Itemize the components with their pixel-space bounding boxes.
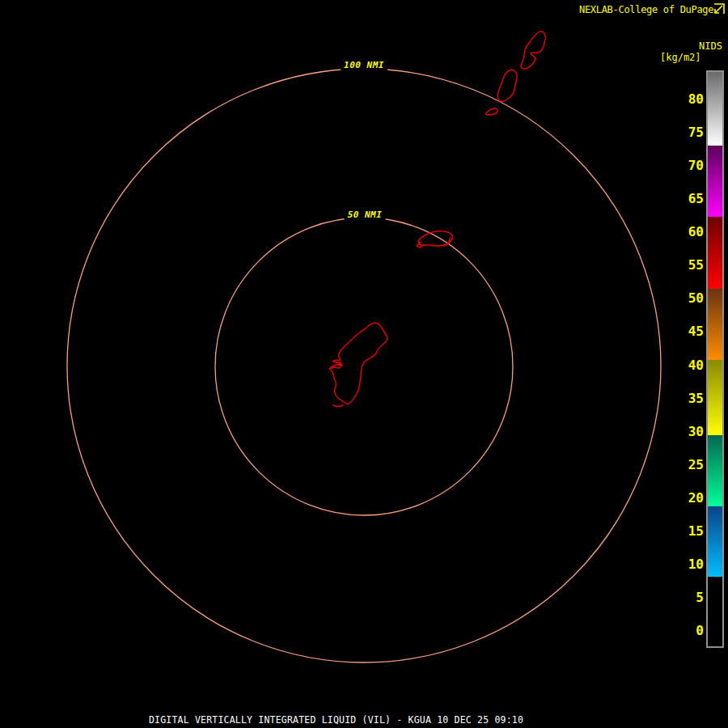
colorbar-segment-purple: [708, 146, 722, 217]
colorbar-segment-green: [708, 435, 722, 506]
island-rota: [417, 231, 452, 248]
colorbar-segment-orange: [708, 289, 722, 360]
radar-display: 100 NMI 50 NMI NEXLAB-College of DuPage …: [0, 0, 728, 728]
colorbar-gradient: [706, 70, 724, 648]
ring-label-100nmi: 100 NMI: [341, 60, 387, 70]
ring-50nmi: [215, 218, 513, 515]
ring-100nmi: [67, 69, 661, 662]
island-saipan: [521, 32, 545, 69]
product-caption: DIGITAL VERTICALLY INTEGRATED LIQUID (VI…: [149, 714, 523, 726]
island-aguijan: [486, 108, 498, 115]
scale-title: NIDS: [699, 40, 722, 52]
colorbar-segment-gray: [708, 72, 722, 146]
island-tinian: [498, 70, 518, 101]
ring-label-50nmi: 50 NMI: [345, 210, 386, 220]
island-guam-cocos: [333, 405, 343, 407]
colorbar-segment-black: [708, 577, 722, 646]
header-title: NEXLAB-College of DuPage: [579, 4, 713, 15]
island-guam-harbor-dot: [338, 362, 341, 366]
arrow-box-logo-icon: [712, 2, 726, 16]
colorbar-segment-yellow: [708, 360, 722, 435]
colorbar-segment-blue: [708, 506, 722, 577]
map-svg: [0, 0, 728, 728]
colorbar-segment-red: [708, 217, 722, 289]
scale-units: [kg/m2]: [660, 52, 701, 63]
range-rings: [67, 69, 661, 662]
